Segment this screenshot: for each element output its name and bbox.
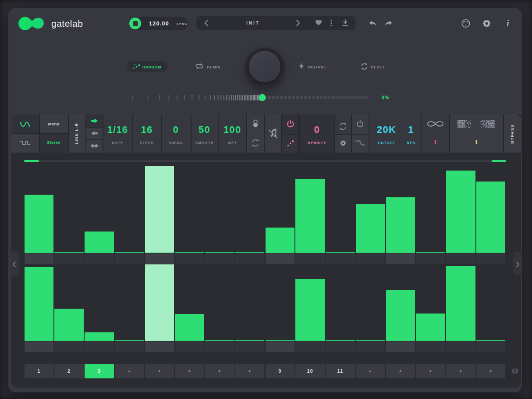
svg-text:i: i (507, 18, 509, 28)
